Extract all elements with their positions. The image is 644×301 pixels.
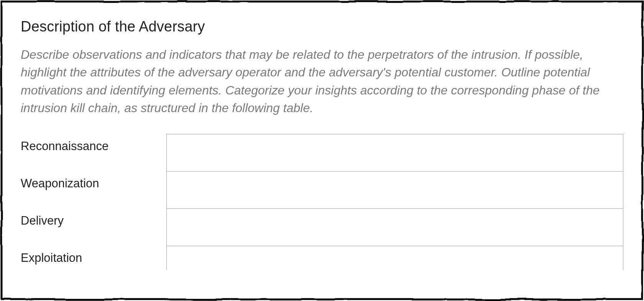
phase-input-delivery[interactable]: [167, 209, 623, 246]
phase-label-reconnaissance: Reconnaissance: [21, 134, 166, 171]
phase-input-reconnaissance[interactable]: [167, 134, 623, 171]
phase-label-weaponization: Weaponization: [21, 171, 166, 208]
document-page: Description of the Adversary Describe ob…: [0, 0, 644, 301]
section-title: Description of the Adversary: [21, 18, 623, 35]
phase-input-cell: [166, 134, 623, 171]
phase-input-weaponization[interactable]: [167, 172, 623, 208]
table-row: Weaponization: [21, 171, 623, 208]
phase-label-delivery: Delivery: [21, 208, 166, 246]
phase-input-cell: [166, 208, 623, 246]
table-row: Delivery: [21, 208, 623, 246]
phase-input-cell: [166, 171, 623, 208]
phase-input-cell: [166, 246, 623, 270]
table-row: Exploitation: [21, 246, 623, 270]
phase-label-exploitation: Exploitation: [21, 246, 166, 270]
phase-input-exploitation[interactable]: [167, 246, 623, 271]
table-row: Reconnaissance: [21, 134, 623, 171]
section-instruction: Describe observations and indicators tha…: [21, 46, 623, 117]
kill-chain-table: Reconnaissance Weaponization Delivery Ex…: [21, 134, 623, 271]
